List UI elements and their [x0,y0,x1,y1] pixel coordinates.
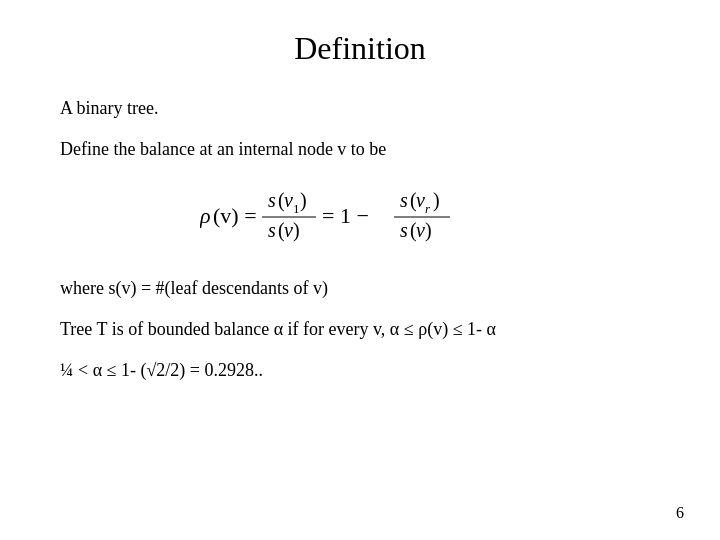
line-binary-tree: A binary tree. [60,95,660,122]
svg-text:ρ: ρ [200,203,211,228]
formula-block: ρ (v) = s ( v 1 ) s ( v ) = 1 − s ( v r … [60,181,660,253]
svg-text:): ) [300,189,307,212]
formula-svg: ρ (v) = s ( v 1 ) s ( v ) = 1 − s ( v r … [200,181,520,253]
svg-text:s: s [400,189,408,211]
svg-text:v: v [416,189,425,211]
line-define-balance: Define the balance at an internal node v… [60,136,660,163]
svg-text:s: s [268,219,276,241]
svg-text:): ) [293,219,300,242]
svg-text:v: v [416,219,425,241]
line-quarter: ¼ < α ≤ 1- (√2/2) = 0.2928.. [60,357,660,384]
page-number: 6 [676,504,684,522]
slide: Definition A binary tree. Define the bal… [0,0,720,540]
svg-text:): ) [425,219,432,242]
svg-text:= 1 −: = 1 − [322,203,369,228]
svg-text:r: r [425,201,431,216]
svg-text:s: s [268,189,276,211]
svg-text:v: v [284,219,293,241]
svg-text:(v) =: (v) = [213,203,257,228]
svg-text:s: s [400,219,408,241]
slide-title: Definition [60,30,660,67]
svg-text:v: v [284,189,293,211]
line-tree-t: Tree T is of bounded balance α if for ev… [60,316,660,343]
line-where-sv: where s(v) = #(leaf descendants of v) [60,275,660,302]
svg-text:): ) [433,189,440,212]
svg-text:1: 1 [293,201,300,216]
